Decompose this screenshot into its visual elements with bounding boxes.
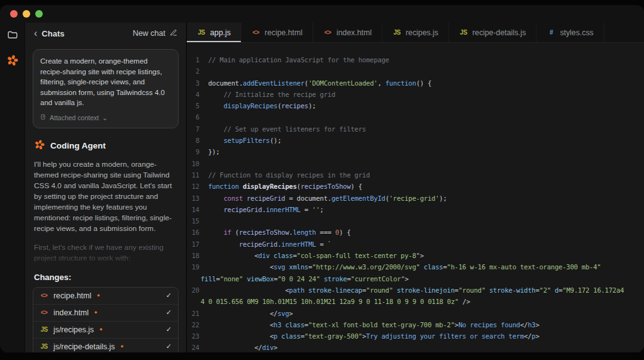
code-token: svg (274, 263, 285, 271)
code-token: "none" (220, 275, 243, 283)
line-number: 17 (187, 239, 208, 250)
file-row-js/recipes.js[interactable]: JSjs/recipes.js•✓ (33, 322, 178, 339)
code-line[interactable]: 1// Main application JavaScript for the … (187, 54, 644, 65)
check-icon[interactable]: ✓ (166, 342, 172, 351)
code-token: Try adjusting your filters or search ter… (366, 332, 524, 340)
line-number: 12 (187, 181, 208, 192)
js-file-icon: JS (40, 343, 48, 350)
line-content: }); (208, 146, 644, 157)
zoom-window-button[interactable] (35, 10, 43, 18)
code-line[interactable]: 7 // Set up event listeners for filters (187, 123, 644, 135)
code-line[interactable]: 8 setupFilters(); (187, 135, 644, 146)
code-line[interactable]: 9}); (187, 146, 644, 157)
user-message-text: Create a modern, orange-themed recipe-sh… (40, 56, 171, 108)
code-line[interactable]: 2 (187, 65, 644, 77)
html-file-icon: <> (323, 29, 332, 36)
code-line[interactable]: 16 if (recipesToShow.length === 0) { (187, 227, 644, 238)
code-token: stroke (324, 275, 347, 283)
code-token (208, 206, 224, 213)
code-token: fill (201, 275, 216, 283)
code-line[interactable]: 18 <div class="col-span-full text-center… (187, 250, 644, 261)
code-line[interactable]: 14 recipeGrid.innerHTML = ''; (187, 204, 644, 215)
code-token: // Main application JavaScript for the h… (208, 56, 389, 64)
code-token: </ (208, 344, 262, 351)
code-line[interactable]: 10 (187, 158, 644, 169)
code-line[interactable]: 4 // Initialize the recipe grid (187, 89, 644, 100)
check-icon[interactable]: ✓ (166, 308, 172, 317)
tab-index.html[interactable]: <>index.html (313, 23, 382, 42)
code-token: // Set up event listeners for filters (208, 125, 366, 133)
chat-scroll-area[interactable]: Create a modern, orange-themed recipe-sh… (25, 44, 186, 352)
file-name: js/recipe-details.js (53, 342, 115, 351)
close-window-button[interactable] (10, 10, 18, 18)
code-token: > (405, 275, 409, 283)
check-icon[interactable]: ✓ (166, 291, 172, 300)
file-row-index.html[interactable]: <>index.html•✓ (33, 305, 178, 322)
tab-styles.css[interactable]: #styles.css (536, 23, 604, 42)
code-token: class (285, 321, 304, 329)
code-token: (); (270, 137, 281, 144)
user-message-card: Create a modern, orange-themed recipe-sh… (33, 49, 179, 128)
new-chat-button[interactable]: New chat (133, 29, 177, 38)
code-line[interactable]: 23 <p class="text-gray-500">Try adjustin… (187, 330, 644, 342)
chats-back-button[interactable]: ‹ Chats (34, 28, 64, 38)
line-number: 2 (187, 65, 208, 77)
code-line[interactable]: 15 (187, 215, 644, 227)
code-line[interactable]: 5 displayRecipes(recipes); (187, 100, 644, 111)
code-token: recipes (281, 102, 308, 110)
tab-app.js[interactable]: JSapp.js (187, 23, 242, 42)
file-row-js/recipe-details.js[interactable]: JSjs/recipe-details.js•✓ (33, 339, 178, 353)
code-line[interactable]: 17 recipeGrid.innerHTML = ` (187, 239, 644, 250)
line-content: if (recipesToShow.length === 0) { (208, 227, 644, 238)
code-token (208, 194, 224, 202)
editor-pane: JSapp.js<>recipe.html<>index.htmlJSrecip… (187, 23, 644, 352)
code-line[interactable]: 21 </svg> (187, 308, 644, 319)
code-token: "round" (458, 286, 486, 294)
code-token: "2" (540, 286, 551, 294)
file-name: recipe.html (53, 291, 91, 300)
sidebar-header: ‹ Chats New chat (25, 23, 186, 44)
code-token: displayRecipes (243, 183, 297, 190)
code-token: === (316, 228, 335, 236)
code-line[interactable]: 24 </div> (187, 342, 644, 352)
code-line[interactable]: 12function displayRecipes(recipesToShow)… (187, 181, 644, 192)
attached-context-toggle[interactable]: Attached context ⌄ (40, 114, 171, 121)
line-content: fill="none" viewBox="0 0 24 24" stroke="… (201, 273, 644, 284)
code-token (208, 102, 224, 110)
pencil-icon (170, 29, 177, 38)
active-tab-underline (187, 41, 241, 42)
code-line[interactable]: 20 <path stroke-linecap="round" stroke-l… (187, 284, 644, 296)
minimize-window-button[interactable] (23, 10, 30, 18)
code-token: "col-span-full text-center py-8" (297, 252, 420, 259)
line-content: 4 0 015.656 0M9 10h.01M15 10h.01M21 12a9… (201, 296, 644, 307)
tab-recipe.html[interactable]: <>recipe.html (242, 23, 313, 42)
check-icon[interactable]: ✓ (166, 325, 172, 334)
code-line[interactable]: 6 (187, 111, 644, 123)
titlebar (0, 5, 644, 23)
code-line[interactable]: 13 const recipeGrid = document.getElemen… (187, 193, 644, 204)
code-token: innerHTML (281, 240, 316, 248)
code-token: /> (458, 298, 470, 305)
code-token: class (281, 332, 301, 340)
code-token: recipesToShow (239, 228, 289, 236)
code-line[interactable]: 11// Function to display recipes in the … (187, 169, 644, 181)
code-token: > (274, 344, 277, 351)
code-line[interactable]: 19 <svg xmlns="http://www.w3.org/2000/sv… (187, 261, 644, 273)
file-row-recipe.html[interactable]: <>recipe.html•✓ (33, 288, 178, 305)
agent-flower-icon[interactable] (6, 54, 19, 67)
code-token: h3 (274, 321, 281, 329)
code-area[interactable]: 1// Main application JavaScript for the … (187, 43, 644, 352)
line-number: 11 (187, 169, 208, 181)
code-token: ) { (339, 228, 350, 236)
code-line[interactable]: 22 <h3 class="text-xl font-bold text-gra… (187, 319, 644, 330)
code-line[interactable]: fill="none" viewBox="0 0 24 24" stroke="… (187, 273, 644, 284)
code-line[interactable]: 4 0 015.656 0M9 10h.01M15 10h.01M21 12a9… (187, 296, 644, 307)
line-number: 14 (187, 204, 208, 215)
folder-icon[interactable] (7, 29, 18, 40)
code-token: // Initialize the recipe grid (208, 91, 335, 98)
code-line[interactable]: 3document.addEventListener('DOMContentLo… (187, 77, 644, 89)
tab-recipes.js[interactable]: JSrecipes.js (382, 23, 449, 42)
tab-recipe-details.js[interactable]: JSrecipe-details.js (449, 23, 536, 42)
code-token: ) { (351, 183, 362, 190)
tab-label: recipe-details.js (472, 28, 526, 37)
